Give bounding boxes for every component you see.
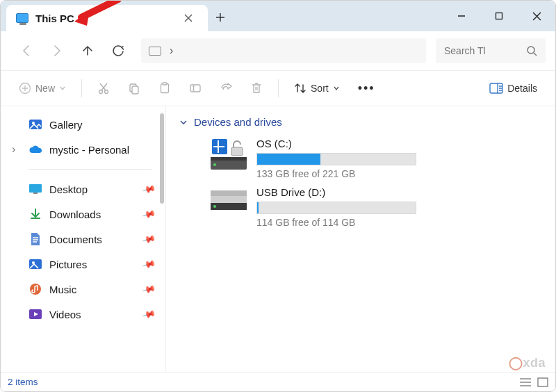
search-input[interactable]: Search Tl [436,38,546,63]
navigation-sidebar: Gallery mystic - Personal Desktop 📌 Down… [1,106,166,372]
music-icon [28,282,42,296]
drive-item-usb-d[interactable]: USB Drive (D:) 114 GB free of 114 GB [211,186,543,228]
status-item-count: 2 items [8,377,38,387]
videos-icon [28,307,42,321]
new-button[interactable]: New [12,76,73,101]
chevron-down-icon [179,117,188,127]
svg-point-17 [30,284,41,295]
search-placeholder: Search Tl [444,45,486,56]
sidebar-item-label: Videos [49,309,81,320]
svg-point-22 [213,163,216,166]
sidebar-item-pictures[interactable]: Pictures 📌 [1,252,165,277]
sidebar-scrollbar[interactable] [160,113,164,204]
onedrive-icon [28,142,42,156]
documents-icon [28,232,42,246]
svg-rect-21 [211,157,247,161]
sidebar-item-documents[interactable]: Documents 📌 [1,227,165,252]
gallery-icon [28,117,42,131]
maximize-button[interactable] [480,1,518,31]
drive-item-os-c[interactable]: OS (C:) 133 GB free of 221 GB [211,138,543,179]
close-tab-button[interactable] [179,8,198,28]
breadcrumb-separator: › [170,44,173,57]
command-toolbar: New Sort ••• Details [1,70,555,106]
sidebar-item-label: Documents [49,234,102,245]
main-area: Gallery mystic - Personal Desktop 📌 Down… [1,106,555,372]
content-pane: Devices and drives OS ( [166,106,555,372]
svg-rect-25 [211,190,247,196]
drive-name: OS (C:) [256,138,416,149]
drive-c-icon [211,138,247,168]
sidebar-item-music[interactable]: Music 📌 [1,277,165,302]
pin-icon: 📌 [141,207,156,222]
drive-usage-bar [256,153,416,165]
section-label: Devices and drives [194,116,282,128]
svg-rect-23 [231,147,243,156]
pin-icon: 📌 [141,257,156,272]
pin-icon: 📌 [141,232,156,247]
navigation-bar: › Search Tl [1,31,555,70]
watermark: ◯xda [509,355,546,370]
address-bar[interactable]: › [141,38,426,63]
sidebar-item-videos[interactable]: Videos 📌 [1,302,165,327]
sidebar-item-label: Downloads [49,209,101,220]
details-layout-icon[interactable] [519,377,532,387]
toolbar-separator [81,79,82,97]
title-bar: This PC [1,1,555,31]
cut-button [90,76,117,101]
search-icon [526,45,537,56]
svg-rect-28 [538,378,548,386]
forward-button[interactable] [44,38,70,64]
svg-rect-6 [132,86,138,94]
pin-icon: 📌 [141,282,156,297]
toolbar-separator [278,79,279,97]
svg-rect-9 [190,85,200,92]
svg-point-27 [213,205,216,208]
tiles-layout-icon[interactable] [537,377,548,387]
back-button[interactable] [13,38,40,64]
drive-info: 133 GB free of 221 GB [256,168,416,179]
pin-icon: 📌 [141,182,156,197]
drive-d-icon [211,186,247,217]
svg-rect-8 [163,83,167,85]
status-bar: 2 items [1,372,555,391]
details-view-button[interactable]: Details [482,76,544,101]
sidebar-divider [28,169,152,170]
svg-rect-14 [33,193,38,194]
sidebar-item-label: Music [49,284,76,295]
copy-button [121,76,147,101]
sidebar-item-label: Pictures [49,259,87,270]
pin-icon: 📌 [141,307,156,322]
details-label: Details [507,83,537,94]
addr-pc-icon [149,47,161,56]
sidebar-item-label: Gallery [49,119,83,131]
drive-name: USB Drive (D:) [256,186,416,198]
sort-label: Sort [311,83,329,94]
share-button [213,76,239,101]
sort-button[interactable]: Sort [287,76,347,101]
svg-point-1 [528,47,534,54]
minimize-button[interactable] [443,1,480,31]
sidebar-item-onedrive[interactable]: mystic - Personal [1,137,165,162]
svg-rect-0 [496,13,502,19]
drive-info: 114 GB free of 114 GB [256,217,416,228]
sidebar-item-desktop[interactable]: Desktop 📌 [1,177,165,202]
this-pc-icon [16,13,28,23]
sidebar-item-downloads[interactable]: Downloads 📌 [1,202,165,227]
delete-button [243,76,270,101]
section-devices-drives[interactable]: Devices and drives [179,113,543,135]
window-controls [443,1,555,31]
close-window-button[interactable] [518,1,555,31]
tab-title: This PC [35,13,74,24]
pictures-icon [28,257,42,271]
new-tab-button[interactable] [208,5,233,30]
desktop-icon [28,182,42,196]
up-button[interactable] [74,38,101,64]
svg-point-3 [99,90,103,94]
sidebar-item-gallery[interactable]: Gallery [1,112,165,137]
svg-rect-13 [29,184,42,193]
refresh-button[interactable] [105,38,131,64]
annotation-arrow [73,0,122,27]
new-label: New [35,83,55,94]
more-button[interactable]: ••• [351,76,382,101]
downloads-icon [28,207,42,221]
